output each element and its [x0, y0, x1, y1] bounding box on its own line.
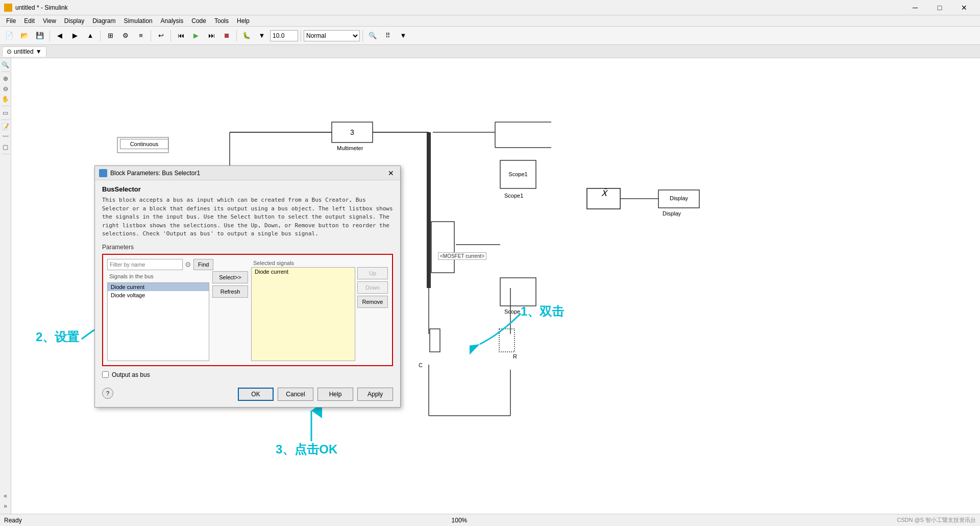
undo-btn[interactable]: ↩ — [154, 29, 168, 43]
forward-button[interactable]: ▶ — [68, 29, 82, 43]
zoom-out-icon[interactable]: ⊖ — [1, 84, 10, 93]
pan-icon[interactable]: ✋ — [1, 94, 10, 104]
title-bar-text: untitled * - Simulink — [15, 4, 68, 11]
refresh-button[interactable]: Refresh — [212, 285, 248, 298]
selected-signals-label: Selected signals — [251, 259, 355, 267]
selected-item-diode-current[interactable]: Diode current — [252, 268, 355, 276]
menu-edit[interactable]: Edit — [20, 16, 39, 26]
mode-select[interactable]: Normal Accelerator — [304, 30, 360, 41]
menu-code[interactable]: Code — [187, 16, 210, 26]
sidebar-sep3 — [2, 119, 10, 120]
dialog-titlebar: Block Parameters: Bus Selector1 ✕ — [95, 166, 400, 180]
sidebar-sep2 — [2, 106, 10, 106]
svg-text:3: 3 — [350, 128, 354, 136]
lib-btn[interactable]: ≡ — [134, 29, 148, 43]
mode-arrow[interactable]: ▼ — [255, 29, 269, 43]
rewind-btn[interactable]: ⏮ — [174, 29, 188, 43]
toolbar-sep-5 — [236, 30, 237, 41]
save-button[interactable]: 💾 — [33, 29, 47, 43]
tab-home-arrow: ▼ — [36, 48, 42, 55]
settings-btn[interactable]: ⚙ — [118, 29, 133, 43]
zoom-in-tool[interactable]: 🔍 — [1, 60, 10, 69]
time-input[interactable] — [270, 30, 298, 41]
signal-icon[interactable]: 〰 — [1, 132, 10, 141]
apply-button[interactable]: Apply — [357, 388, 393, 401]
output-as-bus-checkbox[interactable] — [102, 371, 109, 378]
svg-rect-14 — [587, 188, 620, 209]
toolbar-sep-3 — [151, 30, 151, 41]
cancel-button[interactable]: Cancel — [278, 388, 313, 401]
output-as-bus-label: Output as bus — [112, 371, 150, 378]
left-panel: ⚙ Find Signals in the bus Diode current … — [107, 259, 209, 361]
selected-list-container: Selected signals Diode current — [251, 259, 355, 361]
inspect-btn[interactable]: 🔍 — [365, 29, 380, 43]
status-text: Ready — [4, 517, 22, 524]
expand-icons: « » — [0, 488, 11, 514]
selected-listbox[interactable]: Diode current — [251, 267, 355, 361]
tab-bar: ⊙ untitled ▼ — [0, 45, 980, 58]
step-btn[interactable]: ⏭ — [204, 29, 218, 43]
display-label: Display — [663, 210, 681, 217]
debug-btn[interactable]: 🐛 — [239, 29, 254, 43]
left-sidebar: 🔍 ⊕ ⊖ ✋ ▭ 📝 〰 ▢ « » — [0, 58, 11, 514]
filter-input[interactable] — [107, 259, 183, 270]
annotation-2-text: 2、设置 — [36, 329, 79, 345]
run-btn[interactable]: ▶ — [189, 29, 203, 43]
new-button[interactable]: 📄 — [2, 29, 16, 43]
close-button[interactable]: ✕ — [952, 0, 976, 15]
dialog-close-button[interactable]: ✕ — [386, 168, 396, 178]
ok-button[interactable]: OK — [238, 388, 274, 401]
zoom-in-icon[interactable]: ⊕ — [1, 74, 10, 83]
select-icon[interactable]: ▢ — [1, 142, 10, 152]
remove-button[interactable]: Remove — [357, 296, 388, 308]
annotation-2: 2、设置 — [36, 329, 79, 345]
svg-text:X̄: X̄ — [601, 188, 608, 198]
note-icon[interactable]: 📝 — [1, 122, 10, 131]
menu-file[interactable]: File — [2, 16, 20, 26]
filter-icon[interactable]: ⚙ — [185, 260, 191, 269]
open-button[interactable]: 📂 — [17, 29, 32, 43]
svg-rect-19 — [587, 188, 620, 209]
menu-diagram[interactable]: Diagram — [88, 16, 119, 26]
minimize-button[interactable]: ─ — [903, 0, 927, 15]
grid-btn[interactable]: ⠿ — [381, 29, 395, 43]
menu-analysis[interactable]: Analysis — [157, 16, 188, 26]
bottom-arrows[interactable]: « — [1, 491, 10, 500]
menu-display[interactable]: Display — [60, 16, 88, 26]
grid-arrow[interactable]: ▼ — [396, 29, 410, 43]
svg-rect-12 — [500, 160, 536, 188]
canvas-area[interactable]: 🔍 ⊕ ⊖ ✋ ▭ 📝 〰 ▢ « » 3 — [0, 58, 980, 514]
maximize-button[interactable]: □ — [928, 0, 951, 15]
title-bar-controls: ─ □ ✕ — [903, 0, 976, 15]
signal-item-diode-current[interactable]: Diode current — [108, 283, 209, 291]
toolbar-sep-1 — [50, 30, 50, 41]
signal-item-diode-voltage[interactable]: Diode voltage — [108, 291, 209, 299]
stop-btn[interactable]: ⏹ — [219, 29, 234, 43]
menu-help[interactable]: Help — [233, 16, 254, 26]
dialog-section-title: BusSelector — [102, 185, 393, 193]
menu-view[interactable]: View — [39, 16, 60, 26]
down-button[interactable]: Down — [357, 281, 388, 294]
select-button[interactable]: Select>> — [212, 271, 248, 283]
dialog-title: Block Parameters: Bus Selector1 — [99, 169, 200, 177]
bottom-arrows2[interactable]: » — [1, 501, 10, 511]
toolbar: 📄 📂 💾 ◀ ▶ ▲ ⊞ ⚙ ≡ ↩ ⏮ ▶ ⏭ ⏹ 🐛 ▼ Normal A… — [0, 27, 980, 45]
svg-rect-16 — [658, 190, 699, 208]
tab-untitled[interactable]: ⊙ untitled ▼ — [2, 46, 46, 57]
udr-buttons: Up Down Remove — [357, 259, 388, 361]
block-icon[interactable]: ▭ — [1, 108, 10, 117]
simulink-icon — [4, 4, 12, 12]
help-button[interactable]: Help — [317, 388, 353, 401]
menu-tools[interactable]: Tools — [210, 16, 233, 26]
up-button[interactable]: Up — [357, 267, 388, 279]
back-button[interactable]: ◀ — [53, 29, 67, 43]
toolbar-sep-4 — [170, 30, 171, 41]
help-icon-button[interactable]: ? — [102, 388, 113, 399]
tab-home-icon: ⊙ — [7, 48, 12, 55]
right-panel: Selected signals Diode current Up Down R… — [251, 259, 388, 361]
zoom-btn[interactable]: ⊞ — [103, 29, 117, 43]
menu-simulation[interactable]: Simulation — [120, 16, 157, 26]
signal-listbox[interactable]: Diode current Diode voltage — [107, 282, 209, 361]
up-button[interactable]: ▲ — [83, 29, 97, 43]
annotation-3: 3、点击OK — [276, 441, 337, 458]
